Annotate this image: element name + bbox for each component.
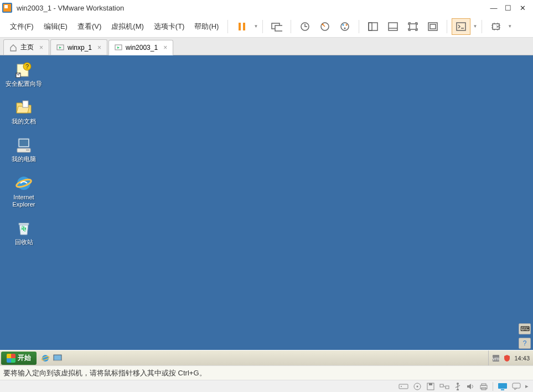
start-button[interactable]: 开始 [1,352,37,365]
menu-tabs[interactable]: 选项卡(T) [149,19,189,34]
svg-text:vm: vm [493,356,499,362]
hint-text: 要将输入定向到该虚拟机，请将鼠标指针移入其中或按 Ctrl+G。 [3,368,206,378]
svg-rect-33 [19,223,29,225]
view-single-button[interactable] [364,18,382,35]
quick-launch [38,353,65,364]
svg-rect-30 [26,149,29,151]
tab-win2003[interactable]: win2003_1 × [108,40,173,55]
pause-button[interactable] [232,18,251,35]
home-icon [9,44,17,51]
svg-rect-12 [369,23,372,30]
unity-button[interactable] [403,18,422,35]
menu-edit[interactable]: 编辑(E) [39,19,72,34]
view-split-button[interactable] [384,18,402,35]
status-floppy-icon[interactable] [426,382,435,391]
fullscreen-button[interactable] [423,18,442,35]
tab-close[interactable]: × [163,44,167,51]
svg-rect-28 [19,140,28,146]
console-button[interactable] [452,18,470,35]
status-printer-icon[interactable] [479,383,488,390]
tray-vm-tools-icon[interactable]: vm [492,354,500,362]
tab-close[interactable]: × [97,44,101,51]
status-hdd-icon[interactable] [399,383,408,390]
ie-icon [15,174,33,192]
power-dropdown[interactable]: ▼ [253,24,258,29]
separator [227,20,228,33]
vm-running-icon [115,44,122,51]
svg-rect-3 [275,25,282,31]
computer-icon [15,136,33,154]
tab-close[interactable]: × [39,44,43,51]
desktop-icon-security-wizard[interactable]: ? 安全配置向导 [4,61,43,87]
guest-desktop[interactable]: ? 安全配置向导 我的文档 我的电脑 InternetExplorer [0,55,533,365]
close-button[interactable]: ✕ [519,4,526,12]
separator [359,20,359,33]
svg-point-8 [343,24,344,25]
wizard-icon: ? [15,61,33,79]
svg-rect-13 [389,23,397,30]
hint-bar: 要将输入定向到该虚拟机，请将鼠标指针移入其中或按 Ctrl+G。 [0,365,533,380]
minimize-button[interactable]: — [490,4,498,12]
snapshot-manager-button[interactable] [335,18,354,35]
snapshot-revert-button[interactable] [315,18,334,35]
icon-label: InternetExplorer [13,194,35,208]
desktop-icon-recycle-bin[interactable]: 回收站 [4,219,43,246]
guest-taskbar: 开始 vm 14:43 [0,350,533,365]
ql-desktop-icon[interactable] [52,353,63,364]
vm-running-icon [56,44,64,51]
svg-rect-46 [440,384,443,387]
tab-winxp[interactable]: winxp_1 × [50,39,107,55]
status-device-icons: ▸ [399,382,529,391]
desktop-icon-my-computer[interactable]: 我的电脑 [4,136,43,163]
tab-home-label: 主页 [20,43,34,52]
stretch-button[interactable] [487,18,505,35]
tab-home[interactable]: 主页 × [3,39,49,55]
svg-rect-26 [23,101,28,107]
console-dropdown[interactable]: ▼ [473,24,477,29]
separator [447,20,447,33]
help-icon[interactable]: ? [519,338,531,349]
tray-security-icon[interactable] [503,354,511,362]
menu-help[interactable]: 帮助(H) [190,19,223,34]
status-network-icon[interactable] [439,383,449,390]
tab-win2003-label: win2003_1 [126,44,158,51]
svg-point-10 [344,27,346,29]
status-sound-icon[interactable] [466,383,475,390]
svg-rect-47 [446,386,449,389]
send-ctrl-alt-del-button[interactable] [267,18,286,35]
guest-floating-panel: ⌨ ? [519,323,531,349]
desktop-icon-ie[interactable]: InternetExplorer [4,174,43,208]
status-expand-icon[interactable]: ▸ [525,383,529,390]
svg-point-43 [417,385,418,387]
svg-rect-40 [399,384,408,389]
stretch-dropdown[interactable]: ▼ [508,24,512,29]
start-label: 开始 [18,353,31,363]
windows-flag-icon [7,354,15,363]
icon-label: 回收站 [15,239,33,246]
menu-vm[interactable]: 虚拟机(M) [107,19,148,34]
status-message-icon[interactable] [512,383,521,390]
separator [291,20,291,33]
vmware-icon [2,3,12,13]
menu-file[interactable]: 文件(F) [6,19,38,34]
snapshot-take-button[interactable] [296,18,314,35]
svg-text:?: ? [25,63,29,70]
svg-rect-54 [501,389,504,390]
titlebar: win2003_1 - VMware Workstation — ☐ ✕ [0,0,533,16]
separator [482,20,482,33]
desktop-icon-my-documents[interactable]: 我的文档 [4,99,43,125]
icon-label: 安全配置向导 [6,80,42,87]
window-title: win2003_1 - VMware Workstation [17,4,490,12]
svg-point-9 [346,24,348,25]
menu-view[interactable]: 查看(V) [73,19,106,34]
taskbar-clock[interactable]: 14:43 [514,355,530,362]
svg-rect-17 [430,24,436,29]
status-display-icon[interactable] [498,383,508,390]
maximize-button[interactable]: ☐ [504,4,512,12]
status-usb-icon[interactable] [454,382,462,391]
svg-rect-55 [513,383,520,388]
keyboard-icon[interactable]: ⌨ [519,323,531,334]
ql-ie-icon[interactable] [40,353,51,364]
status-cd-icon[interactable] [413,382,422,391]
svg-rect-45 [429,383,432,385]
